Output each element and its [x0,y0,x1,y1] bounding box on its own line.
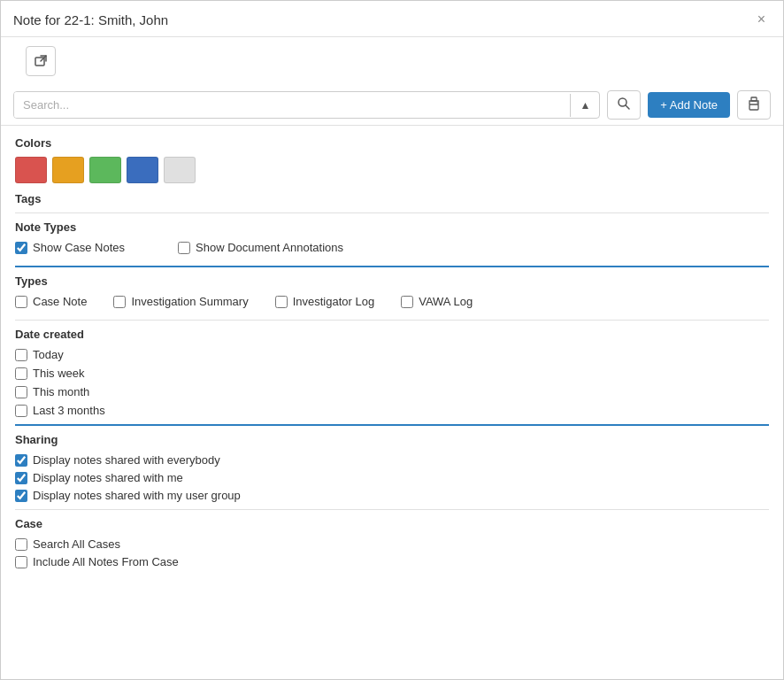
date-today-row: Today [15,348,769,361]
date-last-3-months-label[interactable]: Last 3 months [33,404,105,417]
title-bar: Note for 22-1: Smith, John × [1,1,783,37]
search-container: ▲ [13,91,600,119]
swatch-red[interactable] [15,157,47,183]
print-button[interactable] [737,90,771,120]
date-this-month-label[interactable]: This month [33,385,89,398]
sharing-me-checkbox[interactable] [15,472,27,484]
date-today-label[interactable]: Today [33,348,64,361]
show-case-notes-row: Show Case Notes [15,241,125,254]
case-section: Case Search All Cases Include All Notes … [15,517,769,568]
show-case-notes-label[interactable]: Show Case Notes [33,241,125,254]
case-search-all-checkbox[interactable] [15,538,27,551]
type-investigation-summary-row: Investigation Summary [113,295,248,308]
search-icon [617,97,631,111]
blue-divider-2 [15,424,769,426]
date-section: Date created Today This week This month … [15,328,769,417]
external-link-area [1,37,783,85]
note-types-title: Note Types [15,220,769,234]
type-case-note-label[interactable]: Case Note [33,295,87,308]
sharing-user-group-checkbox[interactable] [15,490,27,502]
sharing-me-row: Display notes shared with me [15,471,769,484]
filter-panel: Colors Tags Note Types Show Case Notes [1,126,783,584]
svg-rect-5 [751,97,757,101]
date-title: Date created [15,328,769,341]
colors-section: Colors [15,136,769,183]
colors-title: Colors [15,136,769,150]
type-investigation-summary-checkbox[interactable] [113,296,126,308]
svg-point-6 [757,102,758,104]
show-doc-annotations-label[interactable]: Show Document Annotations [196,241,343,254]
svg-line-1 [41,56,46,61]
date-today-checkbox[interactable] [15,349,27,361]
swatch-blue[interactable] [127,157,158,183]
type-case-note-row: Case Note [15,295,87,308]
close-button[interactable]: × [752,10,771,29]
divider-3 [15,509,769,510]
color-swatches [15,157,769,183]
date-this-month-row: This month [15,385,769,398]
date-this-month-checkbox[interactable] [15,386,27,398]
show-case-notes-checkbox[interactable] [15,242,27,254]
note-types-row: Show Case Notes Show Document Annotation… [15,241,769,259]
show-doc-annotations-checkbox[interactable] [178,242,190,254]
external-link-button[interactable] [26,46,56,76]
sharing-title: Sharing [15,433,769,446]
case-title: Case [15,517,769,530]
print-icon [747,97,761,111]
types-section: Types Case Note Investigation Summary In… [15,274,769,313]
type-investigator-log-row: Investigator Log [275,295,375,308]
swatch-gray[interactable] [164,157,196,183]
window-title: Note for 22-1: Smith, John [13,12,168,27]
note-types-section: Note Types Show Case Notes Show Document… [15,220,769,259]
type-vawa-log-checkbox[interactable] [401,296,413,308]
case-include-all-notes-label[interactable]: Include All Notes From Case [33,555,179,568]
sharing-everybody-checkbox[interactable] [15,454,27,467]
sharing-user-group-row: Display notes shared with my user group [15,489,769,502]
tags-title: Tags [15,192,769,205]
date-this-week-checkbox[interactable] [15,367,27,380]
external-link-icon [34,54,48,68]
blue-divider-1 [15,266,769,267]
type-case-note-checkbox[interactable] [15,296,27,308]
tags-section: Tags [15,192,769,205]
divider-2 [15,320,769,321]
type-vawa-log-label[interactable]: VAWA Log [419,295,473,308]
date-last-3-months-row: Last 3 months [15,404,769,417]
date-last-3-months-checkbox[interactable] [15,405,27,417]
show-doc-annotations-row: Show Document Annotations [178,241,343,254]
sharing-section: Sharing Display notes shared with everyb… [15,433,769,502]
types-row: Case Note Investigation Summary Investig… [15,295,769,313]
add-note-button[interactable]: + Add Note [648,92,730,118]
type-investigator-log-label[interactable]: Investigator Log [293,295,375,308]
type-investigation-summary-label[interactable]: Investigation Summary [131,295,248,308]
divider-1 [15,212,769,213]
type-investigator-log-checkbox[interactable] [275,296,288,308]
search-button[interactable] [607,90,641,120]
sharing-user-group-label[interactable]: Display notes shared with my user group [33,489,241,502]
svg-line-3 [626,105,629,109]
case-include-all-notes-checkbox[interactable] [15,556,27,568]
date-this-week-label[interactable]: This week [33,367,85,380]
types-title: Types [15,274,769,288]
search-caret-button[interactable]: ▲ [570,94,599,117]
toolbar: ▲ + Add Note [1,85,783,126]
svg-rect-4 [749,104,758,110]
sharing-everybody-label[interactable]: Display notes shared with everybody [33,453,220,467]
case-search-all-label[interactable]: Search All Cases [33,537,120,551]
swatch-green[interactable] [89,157,121,183]
case-search-all-row: Search All Cases [15,537,769,551]
main-window: Note for 22-1: Smith, John × ▲ + Add Not… [0,0,784,680]
swatch-orange[interactable] [52,157,84,183]
sharing-me-label[interactable]: Display notes shared with me [33,471,183,484]
search-input[interactable] [14,92,570,118]
date-this-week-row: This week [15,367,769,380]
case-include-all-notes-row: Include All Notes From Case [15,555,769,568]
sharing-everybody-row: Display notes shared with everybody [15,453,769,467]
type-vawa-log-row: VAWA Log [401,295,473,308]
